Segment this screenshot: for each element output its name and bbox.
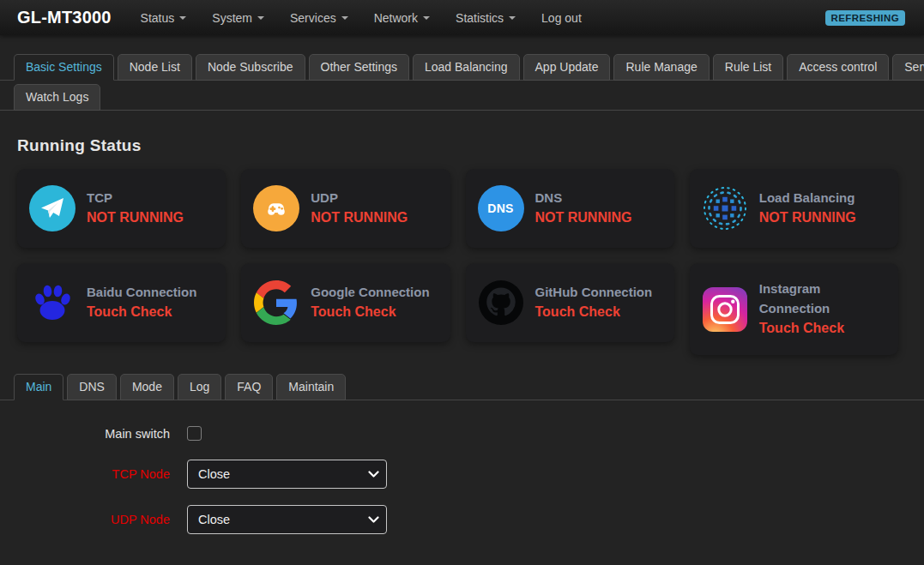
tab-rule-list[interactable]: Rule List (713, 54, 783, 81)
nav-item-system[interactable]: System (212, 11, 264, 25)
google-g-icon (253, 279, 299, 326)
github-octocat-icon (478, 279, 524, 326)
status-card-udp[interactable]: UDP NOT RUNNING (241, 169, 450, 248)
status-card-grid: TCP NOT RUNNING UDP NOT RUNNING DNS (17, 169, 898, 355)
nav-item-status[interactable]: Status (141, 11, 187, 25)
tab-rule-manage[interactable]: Rule Manage (613, 54, 709, 81)
subtab-maintain[interactable]: Maintain (276, 374, 346, 400)
tcp-node-select[interactable]: Close (187, 460, 387, 489)
main-switch-label: Main switch (0, 427, 170, 441)
sub-tab-bar: Main DNS Mode Log FAQ Maintain (0, 374, 924, 400)
nav-item-logout[interactable]: Log out (541, 11, 582, 25)
udp-node-select[interactable]: Close (187, 505, 387, 534)
status-card-baidu[interactable]: Baidu Connection Touch Check (17, 263, 226, 342)
card-title: DNS (535, 189, 632, 208)
dns-badge-label: DNS (487, 201, 513, 215)
top-navbar: GL-MT3000 Status System Services Network… (0, 0, 924, 35)
tab-access-control[interactable]: Access control (787, 54, 889, 81)
main-settings-form: Main switch TCP Node Close UDP Node Clos… (0, 426, 924, 534)
tab-node-subscribe[interactable]: Node Subscribe (196, 54, 305, 81)
nav-item-statistics[interactable]: Statistics (456, 11, 516, 25)
card-title: TCP (87, 189, 184, 208)
card-status: NOT RUNNING (311, 207, 408, 228)
subtab-mode[interactable]: Mode (120, 374, 174, 400)
gamepad-icon (253, 185, 299, 231)
nav-item-label: System (212, 11, 252, 25)
subtab-dns[interactable]: DNS (67, 374, 117, 400)
status-card-dns[interactable]: DNS DNS NOT RUNNING (466, 169, 674, 248)
main-tab-bar-row1: Basic Settings Node List Node Subscribe … (0, 54, 924, 81)
tab-watch-logs[interactable]: Watch Logs (14, 84, 100, 111)
tcp-node-row: TCP Node Close (0, 460, 924, 489)
subtab-faq[interactable]: FAQ (225, 374, 273, 400)
subtab-main[interactable]: Main (14, 374, 63, 400)
caret-down-icon (179, 16, 186, 20)
nav-item-label: Statistics (456, 11, 504, 25)
instagram-icon (702, 286, 748, 333)
tab-node-list[interactable]: Node List (118, 54, 192, 81)
tcp-node-label: TCP Node (0, 467, 170, 481)
status-card-instagram[interactable]: Instagram Connection Touch Check (690, 263, 898, 355)
status-card-github[interactable]: GitHub Connection Touch Check (466, 263, 674, 342)
card-title: Load Balancing (759, 189, 856, 208)
main-switch-row: Main switch (0, 426, 924, 441)
nav-item-label: Services (290, 11, 336, 25)
card-status: Touch Check (311, 302, 429, 322)
tab-app-update[interactable]: App Update (523, 54, 611, 81)
tab-other-settings[interactable]: Other Settings (309, 54, 410, 81)
main-switch-checkbox[interactable] (187, 426, 202, 441)
dotted-sphere-icon (702, 185, 748, 231)
card-title: GitHub Connection (535, 283, 653, 303)
refreshing-badge[interactable]: REFRESHING (825, 10, 905, 26)
card-status: NOT RUNNING (87, 207, 184, 228)
nav-item-label: Log out (541, 11, 582, 25)
caret-down-icon (341, 16, 348, 20)
caret-down-icon (509, 16, 516, 20)
nav-item-services[interactable]: Services (290, 11, 348, 25)
baidu-paw-icon (29, 279, 75, 326)
caret-down-icon (257, 16, 264, 20)
status-card-tcp[interactable]: TCP NOT RUNNING (17, 169, 226, 248)
brand-title: GL-MT3000 (17, 8, 112, 27)
dns-badge-icon: DNS (478, 185, 524, 231)
subtab-log[interactable]: Log (178, 374, 221, 400)
card-status: Touch Check (535, 302, 653, 322)
card-status: Touch Check (759, 318, 886, 339)
card-title: Google Connection (311, 283, 429, 303)
paper-plane-icon (29, 185, 75, 231)
udp-node-label: UDP Node (0, 513, 170, 526)
card-status: Touch Check (87, 302, 196, 322)
page-title: Running Status (17, 136, 907, 155)
nav-item-label: Status (141, 11, 175, 25)
card-title: UDP (311, 189, 408, 208)
main-tab-bar-row2: Watch Logs (0, 84, 924, 111)
udp-node-row: UDP Node Close (0, 505, 924, 534)
nav-item-label: Network (374, 11, 418, 25)
tab-basic-settings[interactable]: Basic Settings (14, 54, 114, 81)
nav-item-network[interactable]: Network (374, 11, 430, 25)
card-title: Baidu Connection (87, 283, 196, 303)
tab-load-balancing[interactable]: Load Balancing (413, 54, 520, 81)
status-card-load-balancing[interactable]: Load Balancing NOT RUNNING (690, 169, 898, 248)
caret-down-icon (423, 16, 430, 20)
status-card-google[interactable]: Google Connection Touch Check (241, 263, 450, 342)
tab-server-side[interactable]: Server-Side (892, 54, 924, 81)
card-title: Instagram Connection (759, 279, 886, 318)
card-status: NOT RUNNING (535, 207, 632, 228)
card-status: NOT RUNNING (759, 207, 856, 228)
